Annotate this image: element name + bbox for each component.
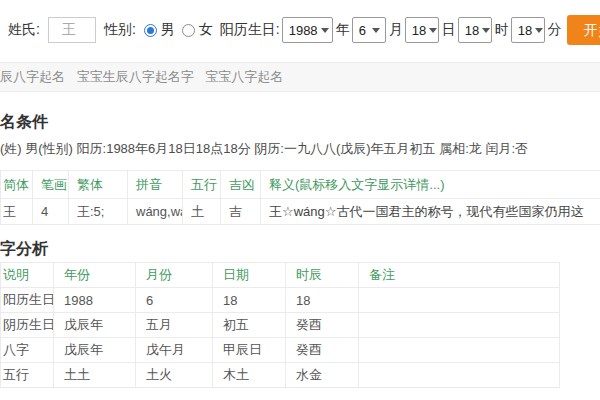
- cell-month: 土火: [136, 363, 213, 388]
- nav-link-3[interactable]: 宝宝八字起名: [205, 69, 283, 84]
- chevron-down-icon: [482, 28, 490, 33]
- cell-label: 八字: [1, 338, 54, 363]
- cell-label: 五行: [1, 363, 54, 388]
- chevron-down-icon: [429, 28, 437, 33]
- cell-meaning[interactable]: 王☆wáng☆古代一国君主的称号，现代有些国家仍用这: [261, 199, 600, 225]
- related-links-bar: 辰八字起名 宝宝生辰八字起名字 宝宝八字起名: [0, 62, 600, 92]
- cell-note: [359, 338, 560, 363]
- bazi-table: 说明 年份 月份 日期 时辰 备注 阳历生日 1988 6 18 18 阴历生日…: [0, 262, 560, 388]
- cell-year: 戊辰年: [54, 338, 136, 363]
- col-luck: 吉凶: [221, 171, 261, 199]
- table-row-bazi: 八字 戊辰年 戊午月 甲辰日 癸酉: [1, 338, 560, 363]
- day-unit: 日: [442, 21, 456, 39]
- cell-time: 癸酉: [286, 313, 359, 338]
- col-desc: 说明: [1, 263, 54, 288]
- col-meaning: 释义(鼠标移入文字显示详情...): [261, 171, 600, 199]
- col-date: 日期: [213, 263, 286, 288]
- cell-year: 戊辰年: [54, 313, 136, 338]
- table-header-row: 说明 年份 月份 日期 时辰 备注: [1, 263, 560, 288]
- cell-wuxing: 土: [183, 199, 221, 225]
- col-year: 年份: [54, 263, 136, 288]
- cell-month: 五月: [136, 313, 213, 338]
- month-value: 6: [359, 23, 366, 38]
- year-select[interactable]: 1988: [282, 17, 333, 43]
- cell-year: 1988: [54, 288, 136, 313]
- year-value: 1988: [289, 23, 318, 38]
- start-naming-button[interactable]: 开始起名: [567, 15, 600, 45]
- col-strokes: 笔画: [33, 171, 69, 199]
- gender-male-label: 男: [161, 21, 175, 39]
- gender-radio-male[interactable]: 男: [144, 21, 175, 39]
- cell-date: 初五: [213, 313, 286, 338]
- table-header-row: 简体 笔画 繁体 拼音 五行 吉凶 释义(鼠标移入文字显示详情...): [1, 171, 600, 199]
- month-select[interactable]: 6: [352, 17, 386, 43]
- col-traditional: 繁体: [69, 171, 128, 199]
- col-simplified: 简体: [1, 171, 33, 199]
- cell-luck: 吉: [221, 199, 261, 225]
- col-time: 时辰: [286, 263, 359, 288]
- cell-year: 土土: [54, 363, 136, 388]
- col-pinyin: 拼音: [128, 171, 183, 199]
- cell-month: 6: [136, 288, 213, 313]
- col-month: 月份: [136, 263, 213, 288]
- day-value: 18: [412, 23, 426, 38]
- cell-time: 18: [286, 288, 359, 313]
- cell-date: 木土: [213, 363, 286, 388]
- cell-pinyin: wáng,wàn: [128, 199, 183, 225]
- chevron-down-icon: [321, 28, 329, 33]
- condition-section-title: 名条件: [0, 112, 48, 133]
- minute-value: 18: [518, 23, 532, 38]
- cell-note: [359, 363, 560, 388]
- birthday-label: 阳历生日:: [220, 21, 280, 39]
- cell-time: 水金: [286, 363, 359, 388]
- col-note: 备注: [359, 263, 560, 288]
- cell-month: 戊午月: [136, 338, 213, 363]
- cell-date: 18: [213, 288, 286, 313]
- character-table: 简体 笔画 繁体 拼音 五行 吉凶 释义(鼠标移入文字显示详情...) 王 4 …: [0, 170, 600, 225]
- cell-date: 甲辰日: [213, 338, 286, 363]
- minute-select[interactable]: 18: [511, 17, 545, 43]
- naming-form: 姓氏: 性别: 男 女 阳历生日: 1988 年 6 月 18 日 18 时 1…: [8, 14, 600, 46]
- cell-strokes: 4: [33, 199, 69, 225]
- table-row-solar: 阳历生日 1988 6 18 18: [1, 288, 560, 313]
- cell-traditional: 王:5;: [69, 199, 128, 225]
- nav-link-1[interactable]: 辰八字起名: [0, 69, 65, 84]
- cell-simplified: 王: [1, 199, 33, 225]
- cell-label: 阴历生日: [1, 313, 54, 338]
- year-unit: 年: [336, 21, 350, 39]
- surname-input[interactable]: [48, 17, 96, 43]
- cell-time: 癸酉: [286, 338, 359, 363]
- table-row-lunar: 阴历生日 戊辰年 五月 初五 癸酉: [1, 313, 560, 338]
- hour-unit: 时: [495, 21, 509, 39]
- bazi-section-title: 字分析: [0, 239, 48, 260]
- gender-label: 性别:: [104, 21, 136, 39]
- cell-note: [359, 288, 560, 313]
- condition-summary: (姓) 男(性别) 阳历:1988年6月18日18点18分 阴历:一九八八(戊辰…: [0, 140, 528, 158]
- cell-note: [359, 313, 560, 338]
- gender-female-label: 女: [199, 21, 213, 39]
- month-unit: 月: [389, 21, 403, 39]
- minute-unit: 分: [548, 21, 562, 39]
- nav-link-2[interactable]: 宝宝生辰八字起名字: [77, 69, 194, 84]
- radio-selected-icon[interactable]: [144, 24, 157, 37]
- cell-label: 阳历生日: [1, 288, 54, 313]
- chevron-down-icon: [372, 28, 380, 33]
- table-row: 王 4 王:5; wáng,wàn 土 吉 王☆wáng☆古代一国君主的称号，现…: [1, 199, 600, 225]
- hour-select[interactable]: 18: [458, 17, 492, 43]
- table-row-wuxing: 五行 土土 土火 木土 水金: [1, 363, 560, 388]
- hour-value: 18: [465, 23, 479, 38]
- chevron-down-icon: [535, 28, 543, 33]
- col-wuxing: 五行: [183, 171, 221, 199]
- day-select[interactable]: 18: [405, 17, 439, 43]
- radio-unselected-icon[interactable]: [182, 24, 195, 37]
- surname-label: 姓氏:: [8, 21, 40, 39]
- gender-radio-female[interactable]: 女: [182, 21, 213, 39]
